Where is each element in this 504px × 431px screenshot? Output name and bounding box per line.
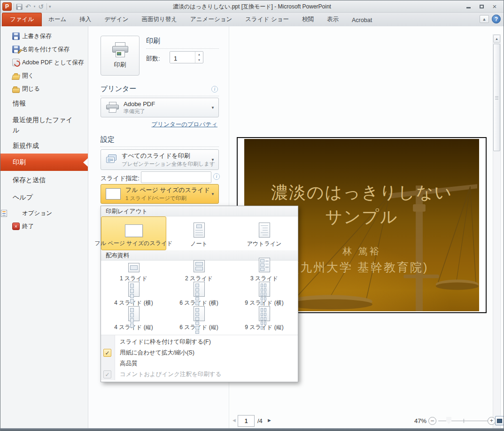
divider [101, 96, 219, 96]
close-folder-icon [12, 88, 20, 93]
option-frame-slides[interactable]: スライドに枠を付けて印刷する(F) [101, 337, 298, 347]
section-header-print: 印刷 [146, 37, 160, 46]
slide-range-label: スライド指定: [101, 174, 140, 183]
tab-acrobat[interactable]: Acrobat [345, 15, 379, 26]
sidebar-item-new[interactable]: 新規作成 [0, 139, 88, 153]
section-header-printer: プリンター [101, 85, 136, 93]
tab-insert[interactable]: 挿入 [73, 13, 98, 26]
option-print-comments: ✓ コメントおよびインク注釈を印刷する [101, 369, 298, 380]
handout-option-4-slides-vertical[interactable]: 4 スライド (縦) [101, 309, 166, 334]
backstage-sidebar: 上書き保存 名前を付けて保存 Adobe PDF として保存 開く 閉じる 情報 [0, 26, 88, 429]
zoom-out-icon[interactable]: – [428, 417, 436, 425]
exit-icon: × [12, 223, 20, 230]
copies-input[interactable] [170, 52, 195, 63]
handout-1-icon [128, 263, 140, 272]
chevron-down-icon: ▼ [211, 192, 215, 196]
sidebar-item-options[interactable]: オプション [0, 207, 88, 219]
handout-4-icon [128, 282, 140, 297]
option-scale-to-fit-paper[interactable]: ✓ 用紙に合わせて拡大/縮小(S) [101, 347, 298, 358]
sidebar-item-open[interactable]: 開く [0, 69, 88, 82]
full-page-slide-icon [106, 188, 121, 200]
sidebar-item-save-send[interactable]: 保存と送信 [0, 173, 88, 187]
window-title: 濃淡のはっきりしない.ppt [互換モード] - Microsoft Power… [0, 0, 504, 13]
print-layout-select[interactable]: フル ページ サイズのスライド 1 スライド/ページで印刷 ▼ [101, 184, 219, 204]
copies-stepper: ▲ ▼ [170, 51, 203, 63]
tab-animations[interactable]: アニメーション [184, 13, 239, 26]
print-layout-dropdown: 印刷レイアウト フル ページ サイズのスライド ノート アウトライン 配布資料 [101, 206, 298, 382]
minimize-ribbon-icon[interactable]: ▲ [480, 15, 489, 23]
checkbox-checked-icon: ✓ [103, 349, 111, 357]
next-page-icon[interactable]: ► [267, 417, 272, 423]
layout-option-outline[interactable]: アウトライン [232, 216, 297, 250]
ribbon-tab-row: ファイル ホーム 挿入 デザイン 画面切り替え アニメーション スライド ショー… [0, 13, 504, 26]
fit-to-window-button[interactable] [495, 416, 504, 425]
tab-home[interactable]: ホーム [42, 13, 73, 26]
layout-option-full-page-slides[interactable]: フル ページ サイズのスライド [101, 216, 166, 250]
page-total-label: /4 [257, 417, 263, 424]
handout-4-icon [128, 306, 140, 321]
preview-scrollbar[interactable]: ▲ ▼ [493, 34, 501, 431]
printer-properties-link[interactable]: プリンターのプロパティ [152, 121, 217, 129]
print-button[interactable]: 印刷 [101, 36, 140, 76]
printer-icon [111, 42, 130, 58]
powerpoint-window: P ↶ ▾ ↺ ▾ 濃淡のはっきりしない.ppt [互換モード] - Micro… [0, 0, 504, 431]
sidebar-item-exit[interactable]: × 終了 [0, 220, 88, 232]
help-icon[interactable]: ? [492, 15, 501, 23]
restore-button[interactable] [476, 3, 487, 10]
window-bottom-border [0, 428, 504, 431]
section-header-settings: 設定 [101, 135, 115, 144]
chevron-down-icon: ▼ [211, 158, 215, 162]
slide-range-input[interactable] [141, 171, 211, 183]
sidebar-item-help[interactable]: ヘルプ [0, 191, 88, 205]
printer-select[interactable]: Adobe PDF 準備完了 ▼ [101, 98, 219, 117]
zoom-in-icon[interactable]: + [488, 417, 496, 425]
window-controls: × [463, 3, 500, 10]
divider [146, 48, 219, 49]
dropdown-section-print-layout: 印刷レイアウト [101, 206, 298, 216]
spin-up-icon[interactable]: ▲ [195, 52, 203, 57]
scroll-up-icon[interactable]: ▲ [493, 35, 500, 43]
copies-label: 部数: [146, 54, 160, 63]
slide-range-info-icon[interactable]: i [213, 173, 220, 180]
chevron-down-icon: ▼ [211, 106, 215, 110]
tab-review[interactable]: 校閲 [295, 13, 320, 26]
sidebar-item-info[interactable]: 情報 [0, 97, 88, 111]
page-number-input[interactable] [238, 415, 255, 427]
option-high-quality[interactable]: 高品質 [101, 358, 298, 369]
tab-file[interactable]: ファイル [2, 13, 42, 26]
outline-page-icon [259, 223, 270, 238]
options-icon [1, 210, 7, 217]
print-range-select[interactable]: すべてのスライドを印刷 プレゼンテーション全体を印刷します ▼ [101, 149, 219, 170]
handout-2-icon [194, 260, 205, 272]
zoom-slider-thumb[interactable] [446, 417, 451, 424]
full-page-slide-icon [125, 224, 143, 237]
sidebar-item-save-as[interactable]: 名前を付けて保存 [0, 43, 88, 56]
open-folder-icon [12, 75, 20, 80]
handout-6-icon [194, 306, 205, 321]
handout-option-9-slides-vertical[interactable]: 9 スライド (縦) [232, 309, 297, 334]
printer-icon [106, 102, 120, 113]
all-slides-icon [106, 154, 118, 165]
sidebar-item-recent[interactable]: 最近使用したファイル [0, 113, 88, 138]
divider [101, 146, 219, 147]
zoom-percent-label: 47% [408, 417, 426, 424]
scrollbar-thumb[interactable] [493, 44, 500, 151]
close-button[interactable]: × [489, 3, 500, 10]
printer-info-icon[interactable]: i [211, 86, 218, 92]
tab-transitions[interactable]: 画面切り替え [135, 13, 184, 26]
handout-option-6-slides-vertical[interactable]: 6 スライド (縦) [166, 309, 232, 334]
sidebar-item-print[interactable]: 印刷 [0, 154, 88, 171]
minimize-button[interactable] [463, 3, 473, 10]
handout-3-icon [259, 258, 270, 272]
sidebar-item-close[interactable]: 閉じる [0, 82, 88, 95]
previous-page-icon[interactable]: ◄ [232, 417, 237, 423]
sidebar-item-save-adobe-pdf[interactable]: Adobe PDF として保存 [0, 56, 88, 69]
spin-down-icon[interactable]: ▼ [195, 57, 203, 63]
tab-slideshow[interactable]: スライド ショー [239, 13, 295, 26]
sidebar-item-save[interactable]: 上書き保存 [0, 30, 88, 43]
tab-design[interactable]: デザイン [98, 13, 135, 26]
save-icon [12, 32, 20, 40]
handout-9-icon [259, 306, 270, 321]
layout-option-notes[interactable]: ノート [166, 216, 232, 250]
tab-view[interactable]: 表示 [320, 13, 345, 26]
